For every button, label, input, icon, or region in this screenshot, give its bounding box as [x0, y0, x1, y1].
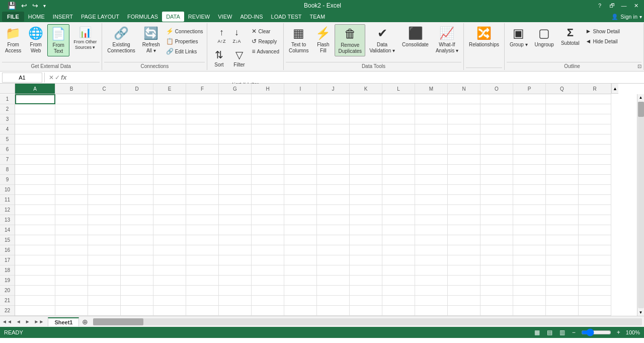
row-num-9[interactable]: 9: [0, 175, 15, 185]
cell-G3[interactable]: [219, 114, 252, 124]
cell-Q17[interactable]: [546, 255, 579, 265]
cell-M11[interactable]: [415, 195, 448, 205]
cell-C10[interactable]: [88, 185, 121, 195]
cell-H11[interactable]: [252, 195, 284, 205]
cell-N1[interactable]: [448, 94, 480, 104]
cell-D21[interactable]: [121, 296, 153, 306]
col-header-F[interactable]: F: [186, 84, 219, 94]
cell-G7[interactable]: [219, 155, 252, 165]
cell-F14[interactable]: [186, 225, 219, 235]
cell-R1[interactable]: [579, 94, 611, 104]
cell-N2[interactable]: [448, 104, 480, 114]
cell-I22[interactable]: [284, 306, 317, 316]
cell-F4[interactable]: [186, 124, 219, 134]
cell-D13[interactable]: [121, 215, 153, 225]
refresh-all-button[interactable]: 🔄 RefreshAll ▾: [139, 24, 163, 56]
row-num-3[interactable]: 3: [0, 114, 15, 124]
subtotal-button[interactable]: Σ Subtotal: [558, 24, 583, 56]
cell-Q10[interactable]: [546, 185, 579, 195]
undo-icon[interactable]: ↩: [20, 1, 29, 10]
show-detail-btn[interactable]: ► Show Detail: [584, 26, 622, 36]
cell-H14[interactable]: [252, 225, 284, 235]
cell-M4[interactable]: [415, 124, 448, 134]
cell-D12[interactable]: [121, 205, 153, 215]
cell-R21[interactable]: [579, 296, 611, 306]
cell-F9[interactable]: [186, 175, 219, 185]
cell-B21[interactable]: [55, 296, 88, 306]
cell-P10[interactable]: [513, 185, 546, 195]
cell-O6[interactable]: [480, 145, 513, 155]
sheet-tab-1[interactable]: Sheet1: [48, 317, 79, 326]
row-num-15[interactable]: 15: [0, 235, 15, 245]
cell-H10[interactable]: [252, 185, 284, 195]
cell-E10[interactable]: [153, 185, 186, 195]
cell-K9[interactable]: [350, 175, 382, 185]
cell-P19[interactable]: [513, 276, 546, 286]
page-break-btn[interactable]: ▥: [558, 328, 567, 336]
cell-F12[interactable]: [186, 205, 219, 215]
cell-H6[interactable]: [252, 145, 284, 155]
consolidate-button[interactable]: ⬛ Consolidate: [399, 24, 432, 56]
cell-J16[interactable]: [317, 245, 350, 255]
cell-P4[interactable]: [513, 124, 546, 134]
insert-function-btn[interactable]: fx: [61, 74, 67, 81]
row-num-11[interactable]: 11: [0, 195, 15, 205]
cell-R18[interactable]: [579, 265, 611, 276]
cell-Q21[interactable]: [546, 296, 579, 306]
cell-Q13[interactable]: [546, 215, 579, 225]
cell-J21[interactable]: [317, 296, 350, 306]
cell-O13[interactable]: [480, 215, 513, 225]
row-num-4[interactable]: 4: [0, 124, 15, 134]
cell-C17[interactable]: [88, 255, 121, 265]
cell-D3[interactable]: [121, 114, 153, 124]
col-header-G[interactable]: G: [219, 84, 252, 94]
cell-L11[interactable]: [382, 195, 415, 205]
row-num-16[interactable]: 16: [0, 245, 15, 255]
cell-C2[interactable]: [88, 104, 121, 114]
cell-N20[interactable]: [448, 286, 480, 296]
cell-E19[interactable]: [153, 276, 186, 286]
cell-L2[interactable]: [382, 104, 415, 114]
cell-N21[interactable]: [448, 296, 480, 306]
cell-A8[interactable]: [15, 165, 55, 175]
flash-fill-button[interactable]: ⚡ FlashFill: [312, 24, 334, 56]
cell-F21[interactable]: [186, 296, 219, 306]
cell-A12[interactable]: [15, 205, 55, 215]
cell-G4[interactable]: [219, 124, 252, 134]
cell-E22[interactable]: [153, 306, 186, 316]
cell-G15[interactable]: [219, 235, 252, 245]
cell-C12[interactable]: [88, 205, 121, 215]
cell-O8[interactable]: [480, 165, 513, 175]
cell-H18[interactable]: [252, 265, 284, 276]
existing-connections-button[interactable]: 🔗 ExistingConnections: [104, 24, 138, 56]
cell-M7[interactable]: [415, 155, 448, 165]
cell-M3[interactable]: [415, 114, 448, 124]
menu-page-layout[interactable]: PAGE LAYOUT: [77, 12, 123, 22]
cell-B2[interactable]: [55, 104, 88, 114]
cell-R22[interactable]: [579, 306, 611, 316]
cell-L8[interactable]: [382, 165, 415, 175]
cell-K5[interactable]: [350, 134, 382, 145]
cell-L5[interactable]: [382, 134, 415, 145]
cell-R14[interactable]: [579, 225, 611, 235]
cell-N15[interactable]: [448, 235, 480, 245]
row-num-2[interactable]: 2: [0, 104, 15, 114]
cell-N5[interactable]: [448, 134, 480, 145]
cancel-formula-icon[interactable]: ✕: [49, 74, 54, 81]
clear-btn[interactable]: ✕ Clear: [250, 26, 281, 36]
cell-M12[interactable]: [415, 205, 448, 215]
properties-btn[interactable]: 📋 Properties: [164, 36, 205, 46]
cell-K21[interactable]: [350, 296, 382, 306]
from-access-button[interactable]: 📁 FromAccess: [2, 24, 24, 56]
cell-J9[interactable]: [317, 175, 350, 185]
cell-J18[interactable]: [317, 265, 350, 276]
cell-P22[interactable]: [513, 306, 546, 316]
cell-N9[interactable]: [448, 175, 480, 185]
cell-E13[interactable]: [153, 215, 186, 225]
cell-K2[interactable]: [350, 104, 382, 114]
reapply-btn[interactable]: ↺ Reapply: [250, 36, 281, 46]
cell-O20[interactable]: [480, 286, 513, 296]
cell-K22[interactable]: [350, 306, 382, 316]
cell-Q15[interactable]: [546, 235, 579, 245]
cell-N8[interactable]: [448, 165, 480, 175]
